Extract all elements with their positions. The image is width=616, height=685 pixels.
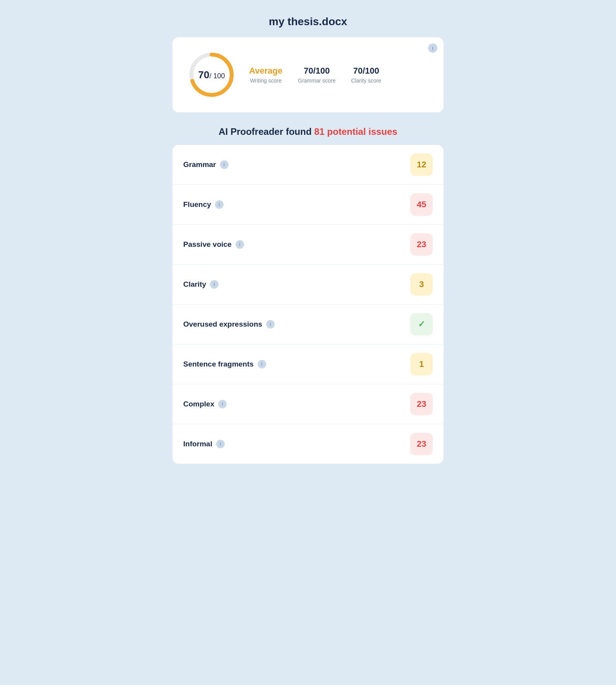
info-icon[interactable]: i [216,440,225,448]
page-title: my thesis.docx [172,15,444,28]
writing-metric: Average Writing score [249,66,282,84]
checkmark-icon: ✓ [418,319,425,329]
info-icon[interactable]: i [220,160,229,169]
issue-badge: 23 [410,433,433,455]
issue-label: Clarityi [183,280,219,289]
issue-label-text: Fluency [183,200,211,209]
issue-badge: 23 [410,233,433,256]
info-icon[interactable]: i [236,240,244,249]
donut-center: 70/ 100 [198,69,225,81]
issue-label-text: Sentence fragments [183,360,254,368]
clarity-sublabel: Clarity score [351,77,381,84]
issues-list: Grammari12Fluencyi45Passive voicei23Clar… [172,145,444,464]
score-card: i 70/ 100 Average Writing score 70/100 G… [172,37,444,112]
issue-row[interactable]: Fluencyi45 [172,185,444,225]
issue-row[interactable]: Informali23 [172,424,444,464]
issue-badge: 3 [410,273,433,296]
clarity-metric: 70/100 Clarity score [351,66,381,84]
issue-label-text: Informal [183,440,212,448]
issue-row[interactable]: Sentence fragmentsi1 [172,344,444,384]
donut-total: / 100 [209,72,225,80]
donut-chart: 70/ 100 [186,50,237,100]
grammar-metric: 70/100 Grammar score [298,66,336,84]
issue-row[interactable]: Clarityi3 [172,265,444,305]
issue-badge: ✓ [410,313,433,336]
info-icon[interactable]: i [215,200,224,209]
issue-row[interactable]: Complexi23 [172,384,444,424]
writing-label: Average [249,66,282,76]
info-icon[interactable]: i [218,400,227,408]
info-icon[interactable]: i [266,320,275,329]
issue-label-text: Clarity [183,280,206,289]
grammar-sublabel: Grammar score [298,77,336,84]
writing-sublabel: Writing score [250,77,281,84]
proofreader-heading: AI Proofreader found 81 potential issues [172,126,444,137]
main-container: my thesis.docx i 70/ 100 Average Writing… [172,15,444,464]
issue-label-text: Passive voice [183,240,232,249]
issue-badge: 45 [410,193,433,216]
issue-row[interactable]: Passive voicei23 [172,225,444,265]
issue-row[interactable]: Grammari12 [172,145,444,185]
issue-badge: 1 [410,353,433,375]
issue-label: Fluencyi [183,200,224,209]
issue-badge: 12 [410,153,433,176]
grammar-value: 70/100 [304,66,330,76]
info-icon-button[interactable]: i [428,43,437,53]
issue-label: Overused expressionsi [183,320,275,329]
issue-label: Sentence fragmentsi [183,360,266,368]
clarity-value: 70/100 [353,66,379,76]
issue-label: Passive voicei [183,240,244,249]
issue-row[interactable]: Overused expressionsi✓ [172,305,444,344]
info-icon[interactable]: i [210,280,219,289]
proofreader-prefix: AI Proofreader found [219,126,314,137]
issue-label: Complexi [183,400,227,408]
issue-label-text: Complex [183,400,214,408]
proofreader-count: 81 potential issues [314,126,397,137]
issue-badge: 23 [410,393,433,415]
issue-label: Informali [183,440,225,448]
info-icon[interactable]: i [258,360,266,368]
issue-label: Grammari [183,160,229,169]
issue-label-text: Grammar [183,160,216,169]
donut-score: 70 [198,69,210,81]
issue-label-text: Overused expressions [183,320,262,329]
score-metrics: Average Writing score 70/100 Grammar sco… [249,66,381,84]
